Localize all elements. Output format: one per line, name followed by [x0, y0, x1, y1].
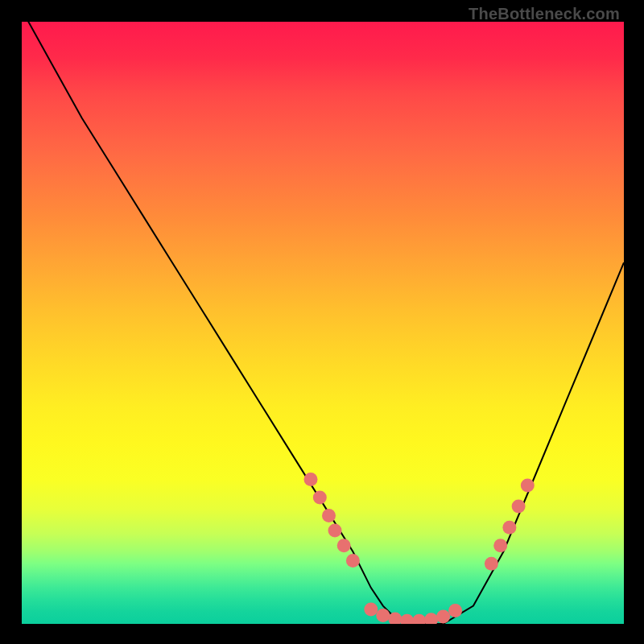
data-marker — [448, 604, 462, 617]
data-marker — [346, 554, 360, 568]
data-marker — [364, 603, 378, 617]
data-marker — [400, 614, 414, 624]
data-marker — [436, 610, 450, 624]
data-marker — [328, 524, 342, 538]
data-marker — [424, 613, 438, 624]
data-marker — [304, 473, 318, 486]
curve-layer — [22, 22, 624, 624]
plot-area — [22, 22, 624, 624]
data-marker — [376, 609, 390, 622]
data-marker — [493, 539, 507, 552]
chart-frame: TheBottleneck.com — [0, 0, 644, 644]
bottleneck-curve — [22, 22, 624, 624]
data-marker — [512, 500, 526, 514]
marker-layer — [304, 473, 535, 624]
watermark-text: TheBottleneck.com — [469, 5, 620, 23]
data-marker — [322, 509, 336, 522]
data-marker — [502, 521, 516, 535]
chart-svg — [22, 22, 624, 624]
data-marker — [313, 490, 327, 504]
data-marker — [412, 614, 426, 624]
data-marker — [337, 539, 351, 552]
data-marker — [521, 479, 535, 493]
data-marker — [485, 557, 498, 571]
